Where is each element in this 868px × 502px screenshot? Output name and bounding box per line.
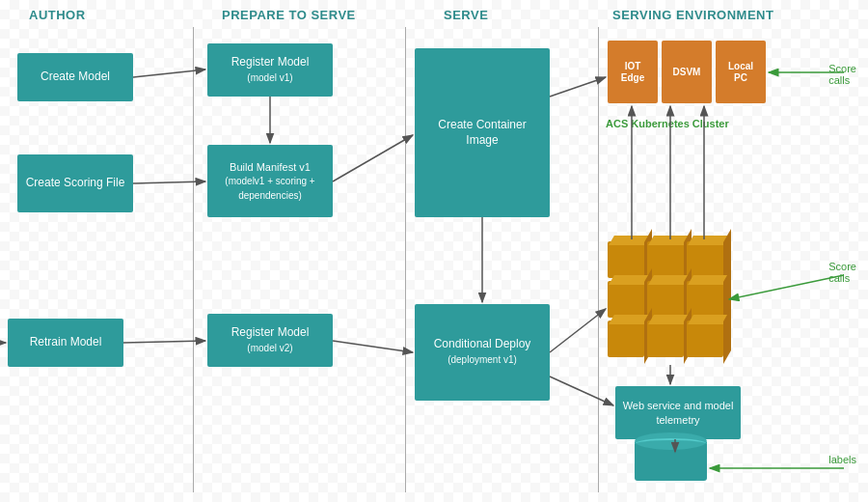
score-calls-1: Scorecalls <box>828 63 856 86</box>
create-model-box: Create Model <box>17 53 133 101</box>
register-model-v1-box: Register Model(model v1) <box>207 43 333 97</box>
k8s-cluster <box>608 241 723 357</box>
svg-line-2 <box>133 70 205 77</box>
svg-line-17 <box>550 376 613 405</box>
register-model-v2-box: Register Model(model v2) <box>207 314 333 367</box>
create-scoring-box: Create Scoring File <box>17 154 133 212</box>
divider-2 <box>405 27 406 492</box>
author-header: AUTHOR <box>29 8 86 22</box>
svg-line-3 <box>133 181 205 183</box>
local-pc-box: LocalPC <box>716 41 766 103</box>
conditional-deploy-box: Conditional Deploy(deployment v1) <box>415 304 550 401</box>
divider-3 <box>598 27 599 492</box>
cube-1 <box>608 241 644 278</box>
cube-7 <box>608 321 644 357</box>
database-cylinder <box>635 432 707 481</box>
build-manifest-box: Build Manifest v1(modelv1 + scoring +dep… <box>207 145 333 217</box>
iot-group: IOTEdge DSVM LocalPC <box>608 41 766 103</box>
cube-9 <box>687 321 723 357</box>
create-container-box: Create ContainerImage <box>415 48 550 217</box>
cube-5 <box>647 281 684 318</box>
retrain-model-box: Retrain Model <box>8 319 123 367</box>
cube-3 <box>687 241 723 278</box>
dsvm-box: DSVM <box>662 41 712 103</box>
cube-8 <box>647 321 684 357</box>
svg-line-12 <box>729 275 844 299</box>
acs-cluster-label: ACS Kubernetes Cluster <box>606 118 729 129</box>
serve-header: SERVE <box>444 8 488 22</box>
labels-text: labels <box>828 454 856 465</box>
score-calls-2: Scorecalls <box>828 261 856 284</box>
divider-1 <box>193 27 194 492</box>
prepare-header: PREPARE TO SERVE <box>222 8 356 22</box>
cube-4 <box>608 281 644 318</box>
web-service-box: Web service and modeltelemetry <box>615 386 741 439</box>
serving-header: SERVING ENVIRONMENT <box>612 8 773 22</box>
iot-edge-box: IOTEdge <box>608 41 658 103</box>
svg-line-15 <box>333 341 413 352</box>
cube-2 <box>647 241 684 278</box>
cube-6 <box>687 281 723 318</box>
svg-line-5 <box>333 135 413 181</box>
